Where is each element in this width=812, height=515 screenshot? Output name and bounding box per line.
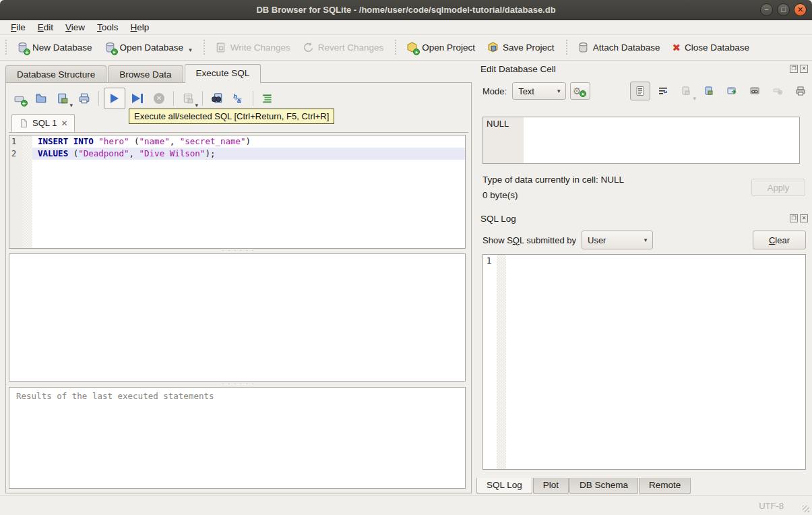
float-panel-icon[interactable]: ❐: [790, 214, 798, 222]
open-file-icon: [35, 92, 47, 104]
sql-doc-tab-label: SQL 1: [32, 118, 57, 128]
auto-switch-mode-button[interactable]: ⚙ ‣: [570, 82, 590, 100]
save-results-button[interactable]: ▾: [179, 89, 197, 108]
menu-view[interactable]: View: [60, 21, 90, 34]
play-icon: [132, 94, 140, 103]
plus-badge-icon: +: [24, 49, 30, 55]
splitter-handle[interactable]: · · · · · ·: [208, 249, 269, 253]
write-changes-button[interactable]: Write Changes: [209, 38, 296, 57]
open-sql-file-button[interactable]: [32, 89, 51, 108]
tab-browse-data[interactable]: Browse Data: [108, 65, 183, 83]
tab-plot[interactable]: Plot: [533, 478, 569, 494]
submitter-select[interactable]: User ▾: [582, 231, 653, 249]
toolbar-drag-handle[interactable]: [4, 40, 9, 56]
new-database-button[interactable]: + New Database: [11, 38, 98, 57]
stop-button[interactable]: ✕: [150, 89, 168, 108]
new-database-icon: +: [17, 42, 28, 53]
revert-changes-label: Revert Changes: [318, 42, 384, 53]
revert-changes-button[interactable]: Revert Changes: [296, 38, 390, 57]
open-sql-tab-button[interactable]: +: [10, 89, 29, 108]
link-icon: [749, 86, 760, 96]
execute-all-button[interactable]: [104, 88, 125, 109]
toolbar-separator: [173, 91, 174, 106]
cell-editor-gutter: NULL: [483, 117, 524, 163]
toolbar-drag-handle[interactable]: [394, 40, 398, 56]
text-mode-button[interactable]: [630, 82, 650, 100]
document-icon: [19, 119, 28, 128]
cell-size-info: 0 byte(s): [482, 190, 518, 200]
menu-file[interactable]: File: [5, 21, 31, 34]
mode-select[interactable]: Text ▾: [512, 82, 566, 100]
save-results-icon: [182, 92, 194, 104]
export-icon: [704, 86, 714, 96]
tab-execute-sql[interactable]: Execute SQL: [185, 64, 261, 83]
document-icon: [635, 86, 646, 96]
format-lines-icon: [261, 92, 274, 104]
results-message[interactable]: Results of the last executed statements: [9, 387, 466, 489]
attach-database-button[interactable]: Attach Database: [571, 38, 666, 57]
execute-line-button[interactable]: [128, 89, 147, 108]
save-sql-file-button[interactable]: ▾: [53, 89, 72, 108]
toolbar-separator: [565, 40, 569, 56]
minimize-icon[interactable]: −: [760, 3, 773, 16]
resize-grip-icon[interactable]: [803, 506, 809, 512]
chevron-down-icon[interactable]: ▾: [69, 102, 73, 109]
menu-help[interactable]: Help: [125, 21, 155, 34]
import-icon: [681, 86, 691, 96]
save-project-button[interactable]: Save Project: [481, 38, 561, 57]
print-sql-button[interactable]: [75, 89, 94, 108]
results-grid[interactable]: [9, 253, 466, 382]
save-project-icon: [487, 42, 499, 53]
close-panel-icon[interactable]: ✕: [800, 214, 808, 222]
submitter-value: User: [588, 235, 639, 245]
open-project-button[interactable]: ‣ Open Project: [400, 38, 481, 57]
plus-badge-icon: +: [21, 100, 28, 107]
set-null-button[interactable]: [768, 82, 788, 100]
sql-log-filter-row: Show SQL submitted by User ▾ Clear: [482, 231, 806, 249]
replace-button[interactable]: ba: [229, 89, 248, 108]
apply-label: Apply: [768, 183, 790, 193]
splitter-handle[interactable]: · · · · · ·: [208, 383, 269, 386]
close-database-button[interactable]: ✖ Close Database: [666, 38, 755, 57]
set-null-icon: [772, 86, 783, 96]
link-button[interactable]: [745, 82, 765, 100]
chevron-down-icon: ▾: [639, 237, 652, 243]
sql-log-title: SQL Log: [480, 214, 516, 224]
export-cell-data-button[interactable]: [699, 82, 719, 100]
apply-button[interactable]: Apply: [751, 179, 805, 196]
tab-remote[interactable]: Remote: [639, 478, 691, 494]
word-wrap-button[interactable]: [653, 82, 673, 100]
import-cell-data-button[interactable]: ▾: [676, 82, 696, 100]
menu-tools[interactable]: Tools: [92, 21, 124, 34]
float-panel-icon[interactable]: ❐: [790, 65, 798, 73]
menu-edit[interactable]: Edit: [32, 21, 59, 34]
close-panel-icon[interactable]: ✕: [800, 65, 808, 73]
close-icon[interactable]: ✕: [794, 3, 807, 16]
tab-sql-log[interactable]: SQL Log: [476, 478, 532, 494]
open-external-button[interactable]: [722, 82, 742, 100]
maximize-icon[interactable]: □: [777, 3, 790, 16]
chevron-down-icon[interactable]: ▾: [189, 47, 192, 53]
main-tab-bar: Database Structure Browse Data Execute S…: [5, 64, 262, 83]
save-file-icon: [57, 92, 69, 104]
cell-editor-area[interactable]: [524, 117, 799, 163]
sql-editor[interactable]: 1 INSERT INTO "hero" ("name", "secret_na…: [9, 135, 466, 249]
play-icon: [111, 94, 119, 103]
external-window-icon: [726, 86, 737, 96]
edit-cell-title: Edit Database Cell: [480, 64, 556, 74]
format-sql-button[interactable]: [258, 89, 277, 108]
right-dock: Edit Database Cell ❐ ✕ Mode: Text ▾ ⚙ ‣ …: [475, 61, 812, 495]
open-database-button[interactable]: ‣ Open Database ▾: [98, 38, 198, 57]
sql-log-view[interactable]: 1: [482, 254, 806, 470]
sql-doc-tab[interactable]: SQL 1 ✕: [11, 114, 75, 132]
tab-database-structure[interactable]: Database Structure: [5, 65, 106, 83]
toolbar-separator: [98, 91, 99, 106]
clear-log-button[interactable]: Clear: [753, 231, 806, 249]
find-button[interactable]: [208, 89, 226, 108]
window-controls: − □ ✕: [760, 3, 807, 16]
print-cell-button[interactable]: [790, 82, 811, 100]
chevron-down-icon: ▾: [693, 95, 696, 102]
tab-db-schema[interactable]: DB Schema: [569, 478, 638, 494]
close-tab-icon[interactable]: ✕: [61, 119, 67, 128]
cell-editor[interactable]: NULL: [482, 117, 800, 164]
